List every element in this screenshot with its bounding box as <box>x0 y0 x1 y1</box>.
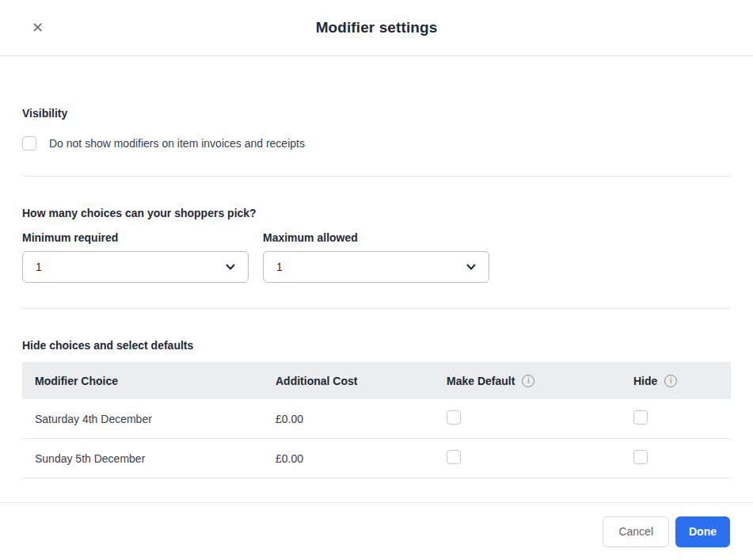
modal-footer: Cancel Done <box>0 502 753 560</box>
minimum-required-select[interactable]: 1 <box>22 251 249 283</box>
info-icon[interactable]: i <box>522 375 534 387</box>
minimum-required-field: Minimum required 1 <box>22 231 249 283</box>
hide-checkbox[interactable] <box>633 410 648 425</box>
visibility-heading: Visibility <box>22 107 731 120</box>
hide-checkbox[interactable] <box>633 450 648 464</box>
done-button[interactable]: Done <box>675 516 730 547</box>
table-header-row: Modifier Choice Additional Cost Make Def… <box>22 362 731 399</box>
make-default-checkbox[interactable] <box>447 410 461 425</box>
make-default-checkbox[interactable] <box>447 450 461 464</box>
cancel-button[interactable]: Cancel <box>603 516 669 547</box>
minimum-required-value: 1 <box>36 261 42 273</box>
section-divider <box>22 308 731 309</box>
section-divider <box>22 176 731 177</box>
maximum-allowed-label: Maximum allowed <box>263 231 489 244</box>
column-header-modifier-choice: Modifier Choice <box>22 375 276 387</box>
minimum-required-label: Minimum required <box>22 231 249 244</box>
column-header-additional-cost: Additional Cost <box>276 375 447 387</box>
hide-modifiers-label: Do not show modifiers on item invoices a… <box>49 137 305 150</box>
modifier-choice-name: Sunday 5th December <box>22 452 276 465</box>
maximum-allowed-select[interactable]: 1 <box>263 251 489 283</box>
choices-heading: How many choices can your shoppers pick? <box>22 207 731 219</box>
choices-fields: Minimum required 1 Maximum allowed 1 <box>22 231 731 283</box>
chevron-down-icon <box>224 261 237 273</box>
visibility-checkbox-row: Do not show modifiers on item invoices a… <box>22 136 731 150</box>
modifier-choices-table: Modifier Choice Additional Cost Make Def… <box>22 362 731 478</box>
close-icon[interactable]: ✕ <box>30 19 45 36</box>
additional-cost-value: £0.00 <box>276 452 447 465</box>
defaults-heading: Hide choices and select defaults <box>22 339 731 352</box>
modifier-choice-name: Saturday 4th December <box>22 413 276 425</box>
page-title: Modifier settings <box>316 19 438 36</box>
maximum-allowed-value: 1 <box>276 261 283 273</box>
column-header-hide: Hide i <box>633 375 731 387</box>
additional-cost-value: £0.00 <box>276 413 447 425</box>
table-row: Sunday 5th December £0.00 <box>22 439 731 478</box>
hide-modifiers-checkbox[interactable] <box>22 136 36 150</box>
table-row: Saturday 4th December £0.00 <box>22 399 731 439</box>
modal-body: Visibility Do not show modifiers on item… <box>0 107 753 478</box>
modal-header: ✕ Modifier settings <box>0 0 753 56</box>
column-header-make-default: Make Default i <box>447 375 633 387</box>
modifier-settings-modal: ✕ Modifier settings Visibility Do not sh… <box>0 0 753 560</box>
info-icon[interactable]: i <box>664 375 677 387</box>
maximum-allowed-field: Maximum allowed 1 <box>263 231 489 283</box>
chevron-down-icon <box>465 261 477 273</box>
